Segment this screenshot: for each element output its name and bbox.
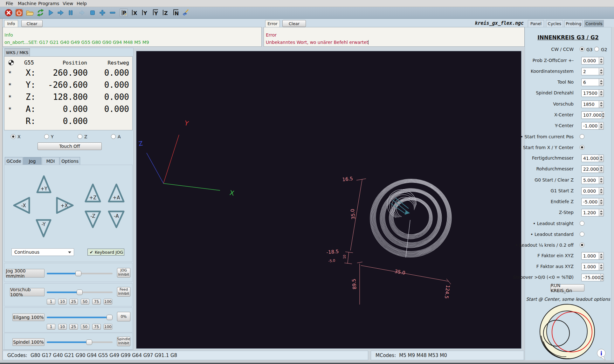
feed-step-75[interactable]: 75 <box>92 299 101 305</box>
axis-radio-y[interactable] <box>44 134 49 139</box>
error-clear-button[interactable]: Clear <box>282 20 306 27</box>
feed-label[interactable]: Vorschub 100% <box>10 288 45 296</box>
tab-panel[interactable]: Panel <box>528 20 544 27</box>
radio-start-center[interactable] <box>580 145 584 150</box>
tab-options[interactable]: Options <box>60 157 80 165</box>
spinner-arrows[interactable] <box>599 68 604 75</box>
keyboard-jog-checkbox[interactable]: ✔Keyboard JOG <box>87 249 124 256</box>
tab-controls[interactable]: Controls <box>584 20 604 27</box>
radio-g3[interactable] <box>580 47 584 52</box>
spindle-handle[interactable] <box>86 340 92 345</box>
dro-row-z: *Z:128.8000.000 <box>4 92 132 103</box>
jog-mode-select[interactable]: Continuous <box>11 248 74 256</box>
menu-machine[interactable]: Machine <box>17 1 38 6</box>
menu-file[interactable]: File <box>4 1 14 6</box>
jog-speed-label[interactable]: Jog 3000 mm/min <box>6 269 45 278</box>
menu-programs[interactable]: Programs <box>37 1 60 6</box>
rapid-step-1[interactable]: 1 <box>47 324 55 330</box>
spinner-arrows[interactable] <box>600 274 604 281</box>
spinner-arrows[interactable] <box>599 263 604 270</box>
spinner-arrows[interactable] <box>599 155 604 162</box>
spinner-arrows[interactable] <box>599 90 604 97</box>
rapid-step-10[interactable]: 10 <box>58 324 67 330</box>
rapid-step-100[interactable]: 100 <box>104 324 112 330</box>
radio-g2[interactable] <box>594 47 599 52</box>
spinner-arrows[interactable] <box>599 188 604 195</box>
rapid-step-25[interactable]: 25 <box>69 324 78 330</box>
run-kreis-button[interactable]: RUN KREIS_Gn <box>550 284 584 292</box>
run-from-line-icon[interactable] <box>57 9 65 17</box>
check-icon: ✔ <box>90 250 93 255</box>
touch-plate-icon[interactable]: P <box>120 9 128 17</box>
rapid-step-50[interactable]: 50 <box>81 324 89 330</box>
axis-radio-a[interactable] <box>111 134 116 139</box>
radio-leadout-straight[interactable] <box>580 221 584 226</box>
spinner-arrows[interactable] <box>599 79 604 86</box>
reload-icon[interactable] <box>36 9 45 17</box>
spindle-slider[interactable] <box>47 341 113 343</box>
step-icon[interactable] <box>78 9 86 17</box>
spinner-arrows[interactable] <box>599 166 604 173</box>
spinner-arrows[interactable] <box>599 198 604 205</box>
feed-slider[interactable] <box>47 292 113 293</box>
tab-gcode[interactable]: GCode <box>5 157 23 165</box>
feed-step-50[interactable]: 50 <box>81 299 89 305</box>
feed-step-100[interactable]: 100 <box>104 299 112 305</box>
spinner-arrows[interactable] <box>602 112 604 119</box>
touch-off-button[interactable]: Touch Off <box>38 142 102 150</box>
rapid-label[interactable]: Eilgang 100% <box>12 313 45 321</box>
tab-info[interactable]: Info <box>4 20 18 27</box>
spinner-arrows[interactable] <box>599 177 604 184</box>
touch-n-icon[interactable]: N <box>171 9 180 17</box>
tab-error[interactable]: Error <box>265 20 280 27</box>
radio-start-current[interactable] <box>580 134 584 139</box>
pause-icon[interactable] <box>66 9 75 17</box>
abort-icon[interactable] <box>4 9 13 17</box>
clear-plot-icon[interactable] <box>182 9 190 17</box>
jog-inhibit-button[interactable]: JOG Inhibit <box>117 268 130 278</box>
rapid-handle[interactable] <box>107 315 113 320</box>
tab-mdi[interactable]: MDI <box>42 157 59 165</box>
tab-probing[interactable]: Probing <box>564 20 583 27</box>
run-icon[interactable] <box>46 9 55 17</box>
rapid-step-75[interactable]: 75 <box>92 324 101 330</box>
touch-z-icon[interactable]: Z <box>161 9 169 17</box>
info-icon[interactable]: i <box>597 349 605 361</box>
feed-inhibit-button[interactable]: Feed Inhibit <box>117 287 130 297</box>
feed-minus-icon[interactable] <box>108 9 117 17</box>
spinner-arrows[interactable] <box>599 209 604 216</box>
tab-cycles[interactable]: Cycles <box>546 20 563 27</box>
feed-handle[interactable] <box>77 290 83 295</box>
open-file-icon[interactable] <box>25 9 34 17</box>
stop-icon[interactable] <box>88 9 97 17</box>
axis-radio-x[interactable] <box>11 134 16 139</box>
touch-y-top-icon[interactable]: Y <box>151 9 159 17</box>
feed-step-1[interactable]: 1 <box>47 299 55 305</box>
preview-canvas[interactable]: Y Z X 16.5 35.0 -18.5 -5.0 10 89.5 35.0 … <box>136 51 521 349</box>
spindle-label[interactable]: Spindel 100% <box>12 338 45 346</box>
touch-y-icon[interactable]: Y <box>140 9 148 17</box>
jog-speed-handle[interactable] <box>75 271 81 276</box>
touch-x-icon[interactable]: X <box>130 9 138 17</box>
radio-leadout-standard[interactable] <box>580 232 584 237</box>
axis-radio-z[interactable] <box>78 134 82 139</box>
feed-step-25[interactable]: 25 <box>69 299 78 305</box>
jog-speed-slider[interactable] <box>47 273 113 274</box>
spinner-arrows[interactable] <box>599 57 604 64</box>
feed-step-10[interactable]: 10 <box>58 299 67 305</box>
machine-on-icon[interactable] <box>15 9 23 17</box>
menu-view[interactable]: View <box>61 1 74 6</box>
radio-leadout-kreis[interactable] <box>580 243 584 247</box>
jog-buttons[interactable]: +Y -X +X -Y +Z +A -Z -A <box>4 165 132 262</box>
tab-wks-mks[interactable]: WKS / MKS <box>4 48 30 56</box>
info-clear-button[interactable]: Clear <box>21 20 43 27</box>
feed-plus-icon[interactable] <box>98 9 107 17</box>
spinner-arrows[interactable] <box>599 122 604 129</box>
spindle-inhibit-button[interactable]: Spindle Inhibit <box>117 337 130 346</box>
rapid-slider[interactable] <box>47 317 113 318</box>
rapid-zero-button[interactable]: 0% <box>117 312 130 321</box>
spinner-arrows[interactable] <box>599 101 604 108</box>
spinner-arrows[interactable] <box>599 252 604 259</box>
menu-help[interactable]: Help <box>75 1 88 6</box>
tab-jog[interactable]: Jog <box>23 157 41 165</box>
